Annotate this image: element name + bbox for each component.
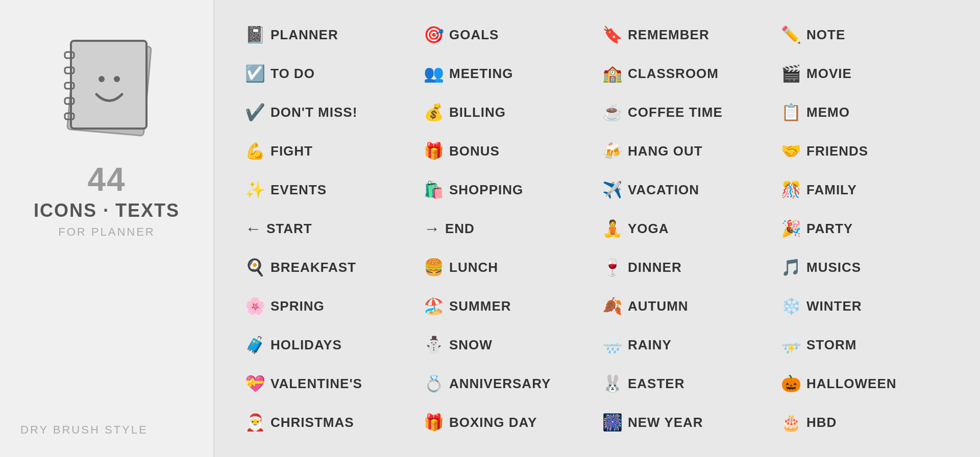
item-label: Fight [271,143,313,159]
svg-rect-1 [71,41,146,129]
item-label: Planner [271,27,338,43]
item-icon: 💍 [424,375,444,392]
list-item: ⛈️Storm [776,325,954,364]
svg-point-7 [99,76,105,82]
item-label: Vacation [628,182,699,198]
item-label: HBD [806,415,837,430]
item-icon: 🎃 [781,375,801,392]
list-item: 🌧️Rainy [597,325,776,364]
items-grid: 📓Planner🎯Goals🔖Remember✏️Note☑️To Do👥Mee… [214,0,980,457]
item-label: Lunch [449,260,498,275]
item-label: End [445,221,475,237]
item-label: Bonus [449,143,500,159]
list-item: 🍻Hang Out [597,132,776,170]
list-item: 🏫Classroom [597,54,776,93]
main-title: Icons · Texts [34,200,180,221]
item-label: To Do [271,66,315,82]
item-label: Snow [449,337,493,353]
item-icon: 🍔 [424,259,444,275]
list-item: 🐰Easter [597,364,776,403]
notebook-illustration [56,31,158,143]
item-icon: 🎯 [424,27,444,43]
item-label: Events [271,182,327,198]
item-label: Note [806,27,845,43]
list-item: ✈️Vacation [597,170,776,209]
item-label: Boxing Day [449,415,537,430]
item-label: Billing [449,105,506,120]
list-item: ⛄Snow [419,325,597,364]
item-icon: 🎂 [781,414,801,430]
item-label: Don't Miss! [271,105,357,120]
item-icon: 💰 [424,104,444,120]
item-label: Valentine's [271,376,362,392]
item-icon: 🎁 [424,414,444,430]
list-item: ←Start [240,209,419,248]
item-icon: 🎉 [781,220,801,237]
item-label: Easter [628,376,684,392]
item-icon: 🤝 [781,143,801,159]
item-label: Hang Out [628,143,703,159]
style-description: Dry Brush Style [20,423,148,437]
item-label: Remember [628,27,709,43]
item-icon: ☑️ [245,65,265,82]
list-item: 💝Valentine's [240,364,419,403]
item-icon: ✈️ [602,182,623,198]
list-item: 👥Meeting [419,54,597,93]
item-icon: 📋 [781,104,801,120]
item-icon: 🧘 [602,220,623,237]
item-label: Yoga [628,221,669,237]
item-icon: ✔️ [245,104,265,120]
item-icon: 🎆 [602,414,623,430]
item-label: Goals [449,27,499,43]
item-label: Meeting [449,66,513,82]
item-label: Holidays [271,337,342,353]
list-item: 💍Anniversary [419,364,597,403]
item-icon: ⛄ [424,337,444,353]
list-item: 🍳Breakfast [240,248,419,287]
list-item: 📓Planner [240,15,419,54]
item-label: Christmas [271,415,354,430]
item-label: Classroom [628,66,719,82]
list-item: 🎊Family [776,170,954,209]
item-label: Breakfast [271,260,356,275]
list-item: ☕Coffee Time [597,93,776,132]
list-item: 🍂Autumn [597,287,776,325]
item-label: Autumn [628,298,689,314]
item-label: New Year [628,415,703,430]
item-icon: 🔖 [602,27,623,43]
svg-point-8 [114,76,120,82]
list-item: ☑️To Do [240,54,419,93]
item-icon: 👥 [424,65,444,82]
list-item: 💰Billing [419,93,597,132]
list-item: 💪Fight [240,132,419,170]
item-label: Musics [806,260,861,275]
item-icon: 🌧️ [602,337,623,353]
item-label: Spring [271,298,325,314]
subtitle: for planner [58,225,155,239]
item-label: Dinner [628,260,682,275]
list-item: ❄️Winter [776,287,954,325]
list-item: 🎁Boxing Day [419,403,597,442]
item-icon: 🎊 [781,182,801,198]
item-label: Halloween [806,376,897,392]
list-item: 🧘Yoga [597,209,776,248]
item-icon: 🍻 [602,143,623,159]
item-icon: 🍷 [602,259,623,275]
item-count: 44 [87,163,126,196]
item-icon: 🎁 [424,143,444,159]
list-item: 🌸Spring [240,287,419,325]
item-icon: ❄️ [781,298,801,314]
list-item: →End [419,209,597,248]
item-icon: → [424,220,440,237]
item-icon: ← [245,220,261,237]
list-item: 🔖Remember [597,15,776,54]
list-item: ✨Events [240,170,419,209]
list-item: 🎆New Year [597,403,776,442]
item-label: Start [266,221,312,237]
list-item: 🛍️Shopping [419,170,597,209]
item-icon: ⛈️ [781,337,801,353]
item-icon: 🌸 [245,298,265,314]
list-item: 🧳Holidays [240,325,419,364]
item-icon: 🎵 [781,259,801,275]
list-item: 🎂HBD [776,403,954,442]
